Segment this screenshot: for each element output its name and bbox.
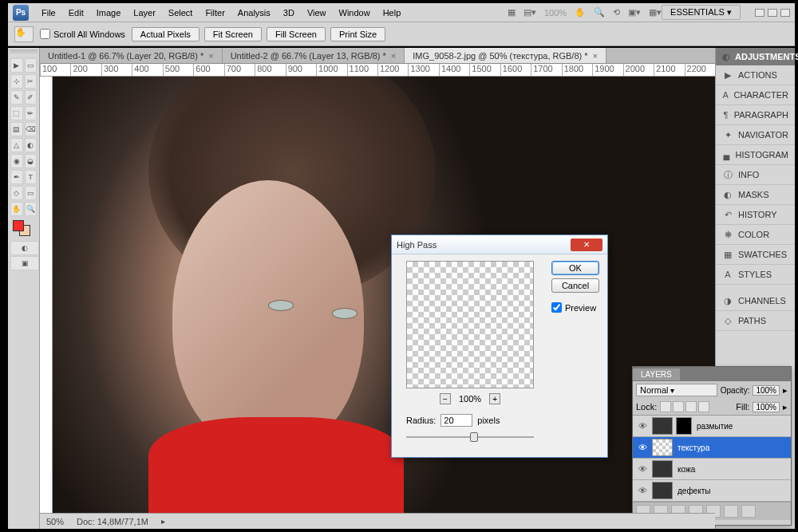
tool-18[interactable]: ✋: [10, 202, 23, 216]
opacity-slider-icon[interactable]: ▸: [783, 385, 788, 396]
tool-6[interactable]: ⬚: [10, 106, 23, 120]
filter-preview[interactable]: [406, 261, 534, 388]
cancel-button[interactable]: Cancel: [551, 278, 599, 293]
doc-tab-2[interactable]: IMG_9058-2.jpg @ 50% (текстура, RGB/8) *…: [405, 48, 606, 63]
tool-14[interactable]: ✒: [10, 170, 23, 184]
layer-thumbnail[interactable]: [652, 482, 673, 499]
panel-styles[interactable]: ASTYLES: [716, 265, 795, 285]
zoom-icon[interactable]: 🔍: [594, 7, 605, 18]
adjustments-panel-header[interactable]: ◐ADJUSTMENTS: [716, 48, 795, 65]
screenmode-button[interactable]: ▣: [10, 256, 39, 270]
layer-row[interactable]: 👁текстура: [633, 437, 791, 459]
layer-name[interactable]: размытие: [695, 422, 788, 431]
panel-actions[interactable]: ▶ACTIONS: [716, 65, 795, 85]
foreground-color[interactable]: [13, 220, 24, 231]
lock-all-button[interactable]: [698, 401, 709, 412]
layer-row[interactable]: 👁размытие: [633, 416, 791, 437]
tool-9[interactable]: ⌫: [25, 122, 38, 136]
menu-help[interactable]: Help: [377, 8, 408, 18]
dialog-close-button[interactable]: ✕: [571, 238, 602, 251]
tool-1[interactable]: ▭: [25, 58, 38, 73]
layer-mask-thumb[interactable]: [676, 417, 692, 435]
tool-4[interactable]: ✎: [10, 90, 23, 104]
screen-mode-icon[interactable]: ▣▾: [628, 7, 641, 18]
menu-3d[interactable]: 3D: [277, 8, 301, 18]
panel-info[interactable]: ⓘINFO: [716, 165, 795, 185]
opacity-value[interactable]: 100%: [753, 385, 780, 396]
preview-checkbox[interactable]: Preview: [551, 302, 599, 313]
panel-paths[interactable]: ◇PATHS: [716, 311, 795, 331]
panel-channels[interactable]: ◑CHANNELS: [716, 291, 795, 311]
tool-13[interactable]: ◒: [25, 154, 38, 168]
zoom-dropdown[interactable]: 100%: [544, 8, 567, 18]
zoom-out-button[interactable]: −: [440, 393, 451, 404]
layer-name[interactable]: кожа: [676, 465, 788, 474]
doc-size[interactable]: Doc: 14,8M/77,1M: [77, 517, 148, 526]
tool-3[interactable]: ✂: [25, 74, 38, 89]
maximize-button[interactable]: [768, 9, 777, 17]
layer-thumbnail[interactable]: [652, 439, 673, 456]
fill-value[interactable]: 100%: [753, 402, 780, 412]
tool-5[interactable]: ✐: [25, 90, 38, 104]
tool-0[interactable]: ▶: [10, 58, 23, 73]
toolbox-grip[interactable]: [10, 49, 38, 56]
menu-image[interactable]: Image: [90, 8, 128, 18]
menu-layer[interactable]: Layer: [127, 8, 162, 18]
zoom-in-button[interactable]: +: [489, 393, 500, 404]
tool-8[interactable]: ▤: [10, 122, 23, 136]
tool-2[interactable]: ⊹: [10, 74, 23, 89]
visibility-icon[interactable]: 👁: [636, 464, 649, 474]
menu-file[interactable]: File: [35, 8, 62, 18]
minimize-button[interactable]: [755, 9, 764, 17]
panel-swatches[interactable]: ▦SWATCHES: [716, 245, 795, 265]
panel-navigator[interactable]: ✦NAVIGATOR: [716, 125, 795, 145]
delete-layer-button[interactable]: [741, 505, 756, 518]
doc-tab-0[interactable]: Untitled-1 @ 66.7% (Layer 20, RGB/8) *×: [40, 48, 223, 63]
hand-icon[interactable]: ✋: [575, 7, 586, 18]
tool-7[interactable]: ✏: [25, 106, 38, 120]
tool-11[interactable]: ◐: [25, 138, 38, 152]
fill-slider-icon[interactable]: ▸: [783, 402, 788, 412]
layer-thumbnail[interactable]: [652, 417, 673, 435]
menu-view[interactable]: View: [301, 8, 333, 18]
visibility-icon[interactable]: 👁: [636, 421, 649, 431]
close-icon[interactable]: ×: [391, 51, 396, 61]
menu-filter[interactable]: Filter: [199, 8, 231, 18]
blend-mode-dropdown[interactable]: Normal ▾: [636, 384, 717, 396]
dialog-titlebar[interactable]: High Pass ✕: [392, 235, 607, 254]
radius-slider[interactable]: [406, 432, 534, 443]
panel-masks[interactable]: ◐MASKS: [716, 185, 795, 205]
close-icon[interactable]: ×: [208, 51, 213, 61]
visibility-icon[interactable]: 👁: [636, 443, 649, 452]
tool-12[interactable]: ◉: [10, 154, 23, 168]
panel-history[interactable]: ↶HISTORY: [716, 205, 795, 225]
radius-input[interactable]: [440, 414, 472, 427]
lock-transparency-button[interactable]: [660, 401, 671, 412]
layer-name[interactable]: дефекты: [676, 487, 788, 495]
quickmask-button[interactable]: ◐: [10, 241, 39, 255]
panel-histogram[interactable]: ▄HISTOGRAM: [716, 145, 795, 165]
current-tool-icon[interactable]: ✋: [14, 26, 34, 42]
arrange-icon[interactable]: ▤▾: [523, 7, 536, 18]
tool-17[interactable]: ▭: [25, 186, 38, 200]
menu-window[interactable]: Window: [333, 8, 377, 18]
menu-analysis[interactable]: Analysis: [231, 8, 277, 18]
option-actual-pixels[interactable]: Actual Pixels: [132, 27, 200, 41]
panel-color[interactable]: ❋COLOR: [716, 225, 795, 245]
tool-19[interactable]: 🔍: [25, 202, 38, 216]
layer-thumbnail[interactable]: [652, 460, 673, 478]
option-fit-screen[interactable]: Fit Screen: [204, 27, 262, 41]
layer-name[interactable]: текстура: [676, 443, 788, 452]
view-mode-icon[interactable]: ▦▾: [649, 7, 662, 18]
option-fill-screen[interactable]: Fill Screen: [267, 27, 326, 41]
menu-select[interactable]: Select: [162, 8, 200, 18]
layer-row[interactable]: 👁кожа: [633, 459, 791, 480]
rotate-icon[interactable]: ⟲: [613, 7, 620, 18]
zoom-level[interactable]: 50%: [46, 517, 64, 526]
doc-tab-1[interactable]: Untitled-2 @ 66.7% (Layer 13, RGB/8) *×: [223, 48, 405, 63]
lock-position-button[interactable]: [685, 401, 697, 412]
scroll-all-checkbox[interactable]: Scroll All Windows: [40, 29, 125, 39]
option-print-size[interactable]: Print Size: [330, 27, 385, 41]
close-icon[interactable]: ×: [593, 51, 598, 61]
tool-16[interactable]: ◇: [10, 186, 23, 200]
